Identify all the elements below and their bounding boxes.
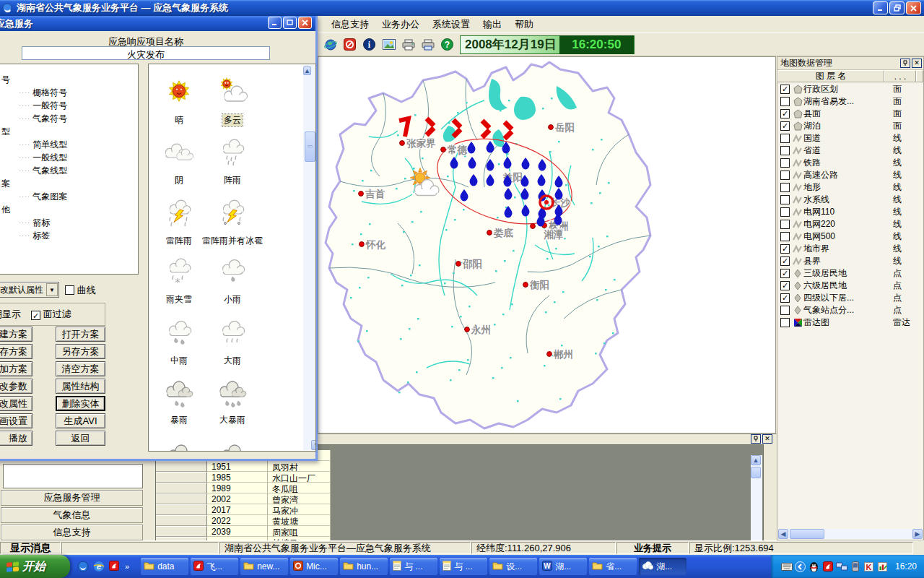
taskbar-task-飞...[interactable]: 飞...	[191, 558, 238, 575]
taskbar-task-new...[interactable]: new...	[240, 558, 288, 575]
fetion-icon[interactable]	[109, 561, 121, 572]
taskbar-task-data[interactable]: data	[141, 558, 188, 575]
default-attr-dropdown[interactable]: 改默认属性 ▼	[0, 282, 59, 298]
menu-item-业务办公[interactable]: 业务办公	[375, 16, 426, 33]
scroll-down-icon[interactable]: ▼	[311, 440, 316, 450]
layer-row-电网220[interactable]: 电网220 线	[777, 218, 923, 230]
layer-row-省道[interactable]: 省道 线	[777, 144, 923, 157]
dialog-button-改参数[interactable]: 改参数	[0, 379, 32, 394]
taskbar-task-与 ...[interactable]: 与 ...	[440, 558, 487, 575]
pin-icon[interactable]	[900, 59, 910, 68]
layer-name[interactable]: 电网220	[803, 218, 893, 230]
dialog-minimize-button[interactable]	[268, 17, 282, 29]
weather-symbol-label[interactable]: 雷阵雨	[165, 235, 193, 247]
layer-row-国道[interactable]: 国道 线	[777, 132, 923, 144]
print-preview-icon[interactable]	[421, 38, 435, 51]
layer-name[interactable]: 六级居民地	[803, 280, 893, 292]
layer-name[interactable]: 四级以下居...	[803, 292, 893, 304]
dialog-button-生成AVI[interactable]: 生成AVI	[56, 413, 105, 428]
symbol-vscrollbar[interactable]: ▲ ▼	[303, 65, 315, 450]
sidebar-button-气象信息[interactable]: 气象信息	[1, 507, 143, 523]
weather-symbol-label[interactable]: 阵雨	[222, 174, 243, 186]
checkbox-icon[interactable]: ✓	[31, 311, 40, 320]
layer-name[interactable]: 气象站点分...	[803, 304, 893, 316]
scroll-up-icon[interactable]: ▲	[751, 455, 761, 465]
layer-name[interactable]: 电网110	[803, 206, 893, 218]
weather-symbol-storm-big-icon[interactable]	[217, 380, 248, 409]
checkbox-icon[interactable]	[65, 285, 74, 295]
dialog-button-清空方案[interactable]: 清空方案	[56, 361, 105, 376]
taskbar-task-设...[interactable]: 设...	[489, 558, 537, 575]
weather-symbol-label[interactable]: 小雨	[222, 293, 243, 306]
table-row[interactable]: 2039 周家咀	[156, 526, 331, 537]
layer-row-雷达图[interactable]: 雷达图 雷达	[777, 316, 923, 329]
globe-icon[interactable]	[323, 38, 337, 51]
filter-checkbox[interactable]: ✓ 面过滤	[31, 308, 71, 321]
scroll-up-icon[interactable]: ▲	[303, 66, 311, 75]
minimize-button[interactable]	[873, 1, 888, 14]
weather-symbol-label[interactable]: 阴	[173, 174, 185, 186]
layer-checkbox[interactable]	[780, 306, 790, 315]
dialog-button-建方案[interactable]: 建方案	[0, 327, 32, 342]
tray-keyboard-icon[interactable]	[781, 561, 793, 572]
tray-qq-icon[interactable]	[808, 561, 820, 572]
layer-name[interactable]: 铁路	[803, 157, 893, 169]
weather-symbol-label[interactable]: 雨夹雪	[165, 293, 193, 306]
project-name-input[interactable]: 火灾发布	[22, 46, 270, 60]
layer-checkbox[interactable]	[780, 195, 790, 204]
weather-symbol-label[interactable]: 雷阵雨并有冰雹	[201, 235, 264, 247]
layer-checkbox[interactable]: ✓	[780, 121, 790, 131]
layer-checkbox[interactable]	[780, 232, 790, 241]
tree-leaf[interactable]: ···· 气象图案	[0, 190, 138, 203]
dialog-button-删除实体[interactable]: 删除实体	[56, 396, 105, 411]
weather-symbol-rain-heavy-icon[interactable]	[217, 319, 248, 348]
weather-symbol-shower-icon[interactable]	[217, 138, 248, 167]
taskbar-task-与 ...[interactable]: 与 ...	[390, 558, 437, 575]
weather-symbol-thunder-hail-icon[interactable]	[217, 199, 248, 228]
menu-item-输出[interactable]: 输出	[476, 16, 508, 33]
tree-node[interactable]: 他	[0, 203, 138, 216]
image-icon[interactable]	[382, 38, 396, 51]
layer-checkbox[interactable]: ✓	[780, 293, 790, 303]
weather-symbol-rain-mid-icon[interactable]	[163, 319, 195, 348]
close-button[interactable]	[906, 1, 921, 14]
dialog-button-另存方案[interactable]: 另存方案	[56, 344, 105, 359]
pin-icon[interactable]	[751, 434, 761, 444]
taskbar-task-省...[interactable]: 省...	[589, 558, 637, 575]
tray-collapse-icon[interactable]	[795, 561, 806, 572]
weather-symbol-label[interactable]: 晴	[173, 114, 185, 126]
layer-row-气象站点分...[interactable]: 气象站点分... 点	[777, 304, 923, 316]
layer-checkbox[interactable]	[780, 183, 790, 192]
stop-icon[interactable]	[343, 38, 357, 51]
layer-checkbox[interactable]	[780, 318, 790, 327]
table-row[interactable]: 2022 黄坡塘	[156, 515, 331, 526]
messenger-icon[interactable]	[77, 561, 89, 572]
weather-symbol-sleet-icon[interactable]	[163, 257, 195, 286]
weather-symbol-label[interactable]: 暴雨	[169, 414, 189, 426]
layer-row-湖泊[interactable]: ✓ 湖泊 面	[777, 120, 923, 132]
weather-symbol-clouds-icon[interactable]	[163, 138, 195, 167]
dialog-close-button[interactable]	[298, 17, 312, 29]
help-icon[interactable]: ?	[440, 38, 454, 51]
table-row[interactable]: 1985 水口山一厂	[156, 472, 331, 483]
layer-row-湖南省易发...[interactable]: 湖南省易发... 面	[777, 95, 923, 108]
layer-name[interactable]: 地形	[803, 181, 893, 194]
tray-device-icon[interactable]	[850, 561, 861, 572]
layer-checkbox[interactable]	[780, 158, 790, 168]
layer-checkbox[interactable]: ✓	[780, 269, 790, 278]
layer-row-高速公路[interactable]: 高速公路 线	[777, 169, 923, 181]
tree-leaf[interactable]: ···· 箭标	[0, 216, 138, 229]
layer-checkbox[interactable]: ✓	[780, 256, 790, 266]
weather-symbol-cloud-top-icon[interactable]	[217, 440, 248, 452]
layer-name[interactable]: 水系线	[803, 194, 893, 206]
sidebar-button-应急服务管理[interactable]: 应急服务管理	[1, 490, 143, 506]
layer-checkbox[interactable]	[780, 97, 790, 106]
weather-symbol-sun-cloud-icon[interactable]	[217, 77, 248, 105]
symbol-category-tree[interactable]: 号···· 栅格符号···· 一般符号···· 气象符号型···· 简单线型··…	[0, 64, 139, 275]
tree-leaf[interactable]: ···· 栅格符号	[0, 86, 138, 99]
table-row[interactable]: 1951 凤羽村	[156, 461, 331, 472]
tree-leaf[interactable]: ···· 标签	[0, 229, 138, 242]
layer-checkbox[interactable]: ✓	[780, 85, 790, 94]
weather-symbol-sun-icon[interactable]	[163, 77, 195, 105]
layer-checkbox[interactable]: ✓	[780, 281, 790, 290]
